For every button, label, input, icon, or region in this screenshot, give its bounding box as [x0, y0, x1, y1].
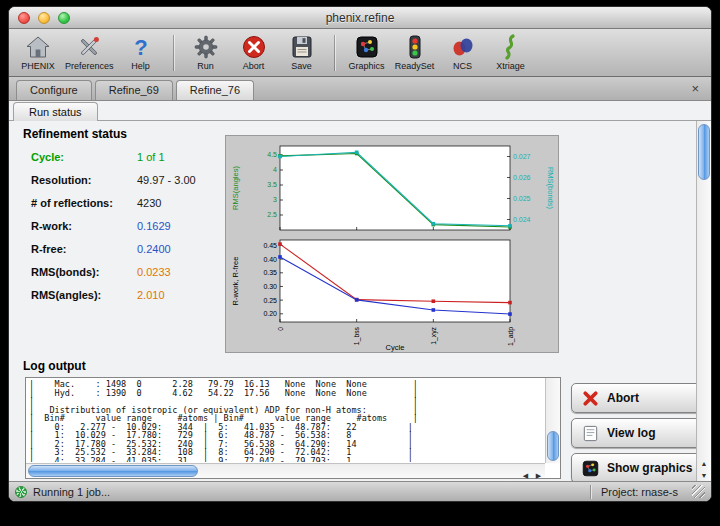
svg-text:0.20: 0.20: [263, 310, 277, 317]
log-output-box[interactable]: | Mac. : 1498 0 2.28 79.79 16.13 None No…: [25, 377, 561, 479]
svg-text:0.30: 0.30: [263, 283, 277, 290]
toolbar-button-help[interactable]: ? Help: [120, 30, 162, 76]
document-icon: [581, 424, 600, 443]
log-line: | 4: 33.284 - 41.035: 31 | 9: 72.042 - 7…: [29, 457, 544, 463]
stat-label: # of reflections:: [31, 197, 137, 209]
home-icon: [25, 34, 51, 60]
stat-label: RMS(bonds):: [31, 266, 137, 278]
resize-grip[interactable]: [692, 485, 705, 498]
subtab-run-status[interactable]: Run status: [13, 102, 98, 121]
toolbar-button-readyset[interactable]: ReadySet: [394, 30, 436, 76]
svg-text:RMS(angles): RMS(angles): [231, 166, 240, 210]
stat-value: 0.2400: [137, 243, 171, 255]
stat-value: 0.1629: [137, 220, 171, 232]
stat-label: Cycle:: [31, 151, 137, 163]
toolbar-button-run[interactable]: Run: [185, 30, 227, 76]
svg-text:3: 3: [273, 196, 277, 203]
graphics-icon: [354, 34, 380, 60]
toolbar-label: Save: [291, 61, 312, 71]
toolbar-button-preferences[interactable]: Preferences: [65, 30, 114, 76]
svg-text:0.027: 0.027: [513, 153, 531, 160]
log-vertical-scroll-thumb[interactable]: [547, 431, 559, 461]
abort-button[interactable]: Abort: [571, 383, 705, 413]
stat-value: 0.0233: [137, 266, 171, 278]
page-vertical-scrollbar[interactable]: ▲ ▼: [696, 121, 711, 483]
svg-text:0.026: 0.026: [513, 174, 531, 181]
toolbar-button-graphics[interactable]: Graphics: [346, 30, 388, 76]
stat-value: 4230: [137, 197, 161, 209]
toolbar-button-phenix[interactable]: PHENIX: [17, 30, 59, 76]
tab-configure[interactable]: Configure: [16, 80, 92, 100]
toolbar-label: NCS: [453, 61, 472, 71]
tab-close-icon[interactable]: ×: [686, 78, 704, 100]
log-vertical-scrollbar[interactable]: [545, 378, 560, 463]
toolbar-label: Preferences: [65, 61, 114, 71]
log-horizontal-scroll-thumb[interactable]: [28, 465, 198, 477]
traffic-light-icon: [402, 34, 428, 60]
svg-text:0.025: 0.025: [513, 195, 531, 202]
log-text[interactable]: | Mac. : 1498 0 2.28 79.79 16.13 None No…: [29, 380, 544, 462]
svg-text:?: ?: [134, 35, 147, 60]
stat-row-rwork: R-work: 0.1629: [31, 214, 223, 237]
stat-value: 49.97 - 3.00: [137, 174, 196, 186]
abort-x-icon: [581, 389, 600, 408]
toolbar-button-abort[interactable]: Abort: [233, 30, 275, 76]
toolbar-label: Abort: [243, 61, 265, 71]
svg-text:4.5: 4.5: [267, 151, 277, 158]
svg-text:0: 0: [277, 327, 284, 331]
view-log-button[interactable]: View log: [571, 418, 705, 448]
toolbar-button-xtriage[interactable]: Xtriage: [490, 30, 532, 76]
stat-row-rfree: R-free: 0.2400: [31, 237, 223, 260]
stat-row-resolution: Resolution: 49.97 - 3.00: [31, 168, 223, 191]
toolbar-label: ReadySet: [395, 61, 435, 71]
titlebar[interactable]: phenix.refine: [9, 7, 711, 29]
stat-label: R-free:: [31, 243, 137, 255]
toolbar-label: Xtriage: [496, 61, 525, 71]
status-text: Running 1 job...: [33, 486, 110, 498]
svg-text:3.5: 3.5: [267, 181, 277, 188]
stat-value: 2.010: [137, 289, 165, 301]
xtriage-icon: [498, 34, 524, 60]
tab-refine-69[interactable]: Refine_69: [95, 80, 173, 100]
log-output-heading: Log output: [23, 359, 86, 373]
stat-row-rms-angles: RMS(angles): 2.010: [31, 283, 223, 306]
svg-text:1_adp: 1_adp: [507, 327, 515, 346]
project-label: Project: rnase-s: [601, 486, 678, 498]
svg-text:0.45: 0.45: [263, 242, 277, 249]
page-vertical-scroll-thumb[interactable]: [698, 124, 710, 180]
subtab-row: Run status: [9, 101, 711, 121]
gear-icon: [193, 34, 219, 60]
stat-label: Resolution:: [31, 174, 137, 186]
svg-text:0.25: 0.25: [263, 297, 277, 304]
tab-refine-76[interactable]: Refine_76: [176, 80, 254, 100]
chart-canvas: 2.533.544.5RMS(angles)0.0240.0250.0260.0…: [226, 136, 558, 352]
save-icon: [289, 34, 315, 60]
toolbar: PHENIX Preferences ? Help Run Abort: [9, 29, 711, 77]
scroll-up-icon[interactable]: ▲: [697, 458, 711, 470]
view-log-button-label: View log: [607, 426, 655, 440]
stat-row-reflections: # of reflections: 4230: [31, 191, 223, 214]
stat-value: 1 of 1: [137, 151, 165, 163]
toolbar-button-ncs[interactable]: NCS: [442, 30, 484, 76]
svg-text:RMS(bonds): RMS(bonds): [546, 167, 555, 210]
abort-circle-icon: [241, 34, 267, 60]
svg-text:0.40: 0.40: [263, 256, 277, 263]
toolbar-label: Run: [197, 61, 214, 71]
run-status-page: Run status Refinement status Cycle: 1 of…: [9, 101, 711, 483]
toolbar-separator: [334, 35, 335, 71]
show-graphics-button[interactable]: Show graphics: [571, 453, 705, 483]
window-title: phenix.refine: [9, 7, 711, 29]
stat-row-rms-bonds: RMS(bonds): 0.0233: [31, 260, 223, 283]
log-horizontal-scrollbar[interactable]: ◀▶: [26, 463, 545, 478]
tab-bar: Configure Refine_69 Refine_76 ×: [9, 77, 711, 101]
abort-button-label: Abort: [607, 391, 639, 405]
toolbar-separator: [173, 35, 174, 71]
toolbar-button-save[interactable]: Save: [281, 30, 323, 76]
refinement-stats: Cycle: 1 of 1 Resolution: 49.97 - 3.00 #…: [31, 145, 223, 306]
svg-text:1_xyz: 1_xyz: [430, 326, 438, 344]
svg-text:1_bss: 1_bss: [353, 326, 361, 345]
action-buttons: Abort View log Show graphics: [571, 383, 705, 483]
refinement-status-heading: Refinement status: [23, 127, 127, 141]
stat-label: RMS(angles):: [31, 289, 137, 301]
svg-text:Cycle: Cycle: [386, 343, 405, 352]
